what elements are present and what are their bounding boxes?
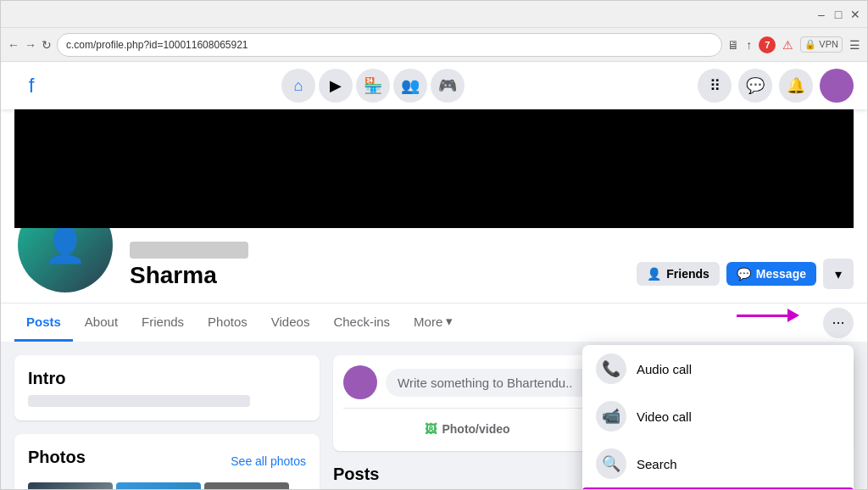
- photo-video-button[interactable]: 🖼 Photo/video: [343, 417, 592, 441]
- dropdown-search[interactable]: 🔍 Search: [582, 440, 854, 487]
- dropdown-video-call[interactable]: 📹 Video call: [582, 393, 854, 440]
- dropdown-see-friendship[interactable]: 👥 See friendship: [582, 487, 854, 489]
- intro-card: Intro: [14, 355, 320, 420]
- search-label: Search: [637, 457, 677, 471]
- refresh-icon[interactable]: ↻: [42, 38, 52, 52]
- audio-call-icon: 📞: [596, 354, 626, 384]
- composer-avatar: [343, 365, 377, 399]
- video-call-icon: 📹: [596, 401, 626, 432]
- intro-blurred-content: [28, 395, 250, 407]
- message-button[interactable]: 💬 Message: [726, 262, 816, 286]
- browser-titlebar: – □ ✕: [1, 1, 867, 28]
- photo-video-label: Photo/video: [442, 422, 509, 436]
- profile-info-bar: 👤 Sharma 👤 Friends 💬 Message: [1, 109, 867, 303]
- friends-label: Friends: [666, 267, 709, 281]
- nav-apps-icon[interactable]: ⠿: [698, 69, 732, 103]
- photo-thumb-2[interactable]: [116, 482, 201, 489]
- profile-actions: 👤 Friends 💬 Message ▾: [637, 259, 854, 296]
- photos-grid: Meanwhile in Pakistan: [28, 482, 306, 489]
- share-icon[interactable]: ↑: [746, 38, 752, 52]
- more-chevron-icon: ▾: [446, 314, 453, 329]
- tab-posts-label: Posts: [26, 315, 61, 329]
- three-dots-button[interactable]: ···: [823, 308, 854, 338]
- notification-badge[interactable]: 7: [759, 36, 776, 53]
- browser-frame: – □ ✕ ← → ↻ c.com/profile.php?id=1000116…: [0, 0, 868, 490]
- url-text: c.com/profile.php?id=100011608065921: [66, 39, 248, 51]
- tab-about[interactable]: About: [73, 304, 130, 342]
- profile-name-area: Sharma: [130, 242, 623, 296]
- fb-logo-icon[interactable]: f: [14, 69, 48, 103]
- nav-notifications-icon[interactable]: 🔔: [779, 69, 813, 103]
- messenger-icon: 💬: [737, 267, 751, 281]
- profile-tabs: Posts About Friends Photos Videos: [1, 303, 867, 342]
- minimize-button[interactable]: –: [816, 9, 826, 19]
- nav-friends-icon[interactable]: 👥: [393, 69, 427, 103]
- dropdown-audio-call[interactable]: 📞 Audio call: [582, 345, 854, 393]
- cast-icon[interactable]: 🖥: [727, 38, 739, 52]
- photos-card: Photos See all photos Meanwhile in Pakis…: [14, 434, 320, 489]
- nav-gaming-icon[interactable]: 🎮: [431, 69, 465, 103]
- close-button[interactable]: ✕: [850, 9, 860, 19]
- more-arrow-button[interactable]: ▾: [823, 259, 854, 289]
- friends-button[interactable]: 👤 Friends: [637, 262, 720, 286]
- friends-icon: 👤: [647, 267, 661, 281]
- photo-thumb-1[interactable]: [28, 482, 113, 489]
- browser-toolbar: ← → ↻ c.com/profile.php?id=1000116080659…: [1, 28, 867, 62]
- tab-friends[interactable]: Friends: [130, 304, 196, 342]
- address-bar[interactable]: c.com/profile.php?id=100011608065921: [57, 33, 722, 57]
- profile-last-name: Sharma: [130, 262, 623, 289]
- tabs-wrapper: Posts About Friends Photos Videos: [1, 303, 867, 342]
- nav-user-avatar[interactable]: [820, 69, 854, 103]
- intro-title: Intro: [28, 369, 306, 388]
- tab-photos[interactable]: Photos: [196, 304, 259, 342]
- tab-more-label: More: [414, 315, 442, 329]
- photo-thumb-3[interactable]: Meanwhile in Pakistan: [204, 482, 289, 489]
- photos-header: Photos See all photos: [28, 448, 306, 474]
- tab-about-label: About: [85, 315, 118, 329]
- tab-more[interactable]: More ▾: [402, 303, 465, 342]
- browser-content: f ⌂ ▶ 🏪 👥 🎮 ⠿ 💬 🔔: [1, 62, 867, 489]
- nav-right: ⠿ 💬 🔔: [698, 69, 854, 103]
- nav-marketplace-icon[interactable]: 🏪: [356, 69, 390, 103]
- tab-friends-label: Friends: [142, 315, 184, 329]
- video-call-label: Video call: [637, 409, 692, 424]
- tab-checkins-label: Check-ins: [333, 315, 390, 329]
- profile-cover: [14, 109, 854, 228]
- nav-watch-icon[interactable]: ▶: [319, 69, 353, 103]
- nav-center: ⌂ ▶ 🏪 👥 🎮: [48, 69, 698, 103]
- facebook-nav: f ⌂ ▶ 🏪 👥 🎮 ⠿ 💬 🔔: [1, 62, 867, 109]
- message-label: Message: [756, 267, 806, 281]
- tab-posts[interactable]: Posts: [14, 304, 73, 342]
- composer-placeholder: Write something to Bhartendu..: [398, 376, 573, 390]
- profile-page: f ⌂ ▶ 🏪 👥 🎮 ⠿ 💬 🔔: [1, 62, 867, 489]
- left-column: Intro Photos See all photos: [14, 355, 320, 489]
- toolbar-icons: 🖥 ↑ 7 ⚠ 🔒 VPN ☰: [727, 36, 860, 53]
- menu-icon[interactable]: ☰: [849, 38, 860, 52]
- photo-video-icon: 🖼: [425, 422, 437, 436]
- forward-icon[interactable]: →: [25, 38, 36, 52]
- nav-home-icon[interactable]: ⌂: [281, 69, 315, 103]
- arrow-line: [737, 315, 787, 317]
- arrow-head: [787, 309, 799, 322]
- arrow-annotation: [737, 309, 799, 322]
- tab-photos-label: Photos: [208, 315, 248, 329]
- profile-identity: 👤 Sharma 👤 Friends 💬 Message: [14, 228, 854, 296]
- search-icon: 🔍: [596, 448, 626, 479]
- tab-videos[interactable]: Videos: [259, 304, 322, 342]
- profile-first-name: [130, 242, 248, 259]
- back-icon[interactable]: ←: [8, 38, 19, 52]
- see-all-photos-link[interactable]: See all photos: [231, 454, 306, 468]
- tab-checkins[interactable]: Check-ins: [321, 304, 402, 342]
- vpn-label[interactable]: 🔒 VPN: [800, 36, 843, 53]
- tab-videos-label: Videos: [271, 315, 310, 329]
- nav-left: f: [14, 69, 48, 103]
- dropdown-menu: 📞 Audio call 📹 Video call 🔍 Search 👥 See…: [582, 345, 854, 489]
- audio-call-label: Audio call: [637, 362, 692, 376]
- nav-messenger-icon[interactable]: 💬: [738, 69, 772, 103]
- photos-title: Photos: [28, 448, 86, 467]
- warning-icon[interactable]: ⚠: [782, 38, 793, 52]
- maximize-button[interactable]: □: [833, 9, 843, 19]
